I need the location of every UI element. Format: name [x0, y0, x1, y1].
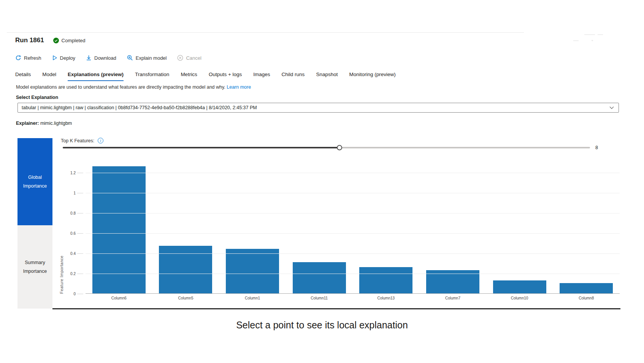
completed-check-icon [53, 38, 59, 43]
bar-column11[interactable] [293, 262, 346, 293]
gridline [86, 173, 620, 173]
explanation-dropdown[interactable]: tabular | mimic.lightgbm | raw | classif… [17, 103, 619, 113]
status-badge: Completed [53, 38, 86, 43]
refresh-icon [15, 55, 21, 61]
tab-outputs-logs[interactable]: Outputs + logs [209, 72, 242, 81]
chevron-down-icon [609, 106, 614, 109]
explain-model-label: Explain model [136, 55, 167, 61]
y-tick-mark [77, 233, 83, 234]
explainer-row: Explainer: mimic.lightgbm [16, 121, 72, 126]
top-divider [7, 32, 524, 33]
slider-fill [63, 147, 339, 148]
global-importance-line1: Global [28, 175, 42, 180]
faded-artifact [584, 34, 595, 35]
tabs: DetailsModelExplanations (preview)Transf… [15, 72, 396, 81]
tab-child-runs[interactable]: Child runs [282, 72, 305, 81]
cancel-icon [177, 55, 183, 61]
explain-model-button[interactable]: Explain model [127, 55, 167, 61]
x-tick-label: Column13 [378, 296, 395, 300]
gridline [86, 213, 620, 213]
local-explanation-hint: Select a point to see its local explanat… [0, 320, 644, 331]
page: Run 1861 Completed Refresh Deploy Downl [0, 0, 644, 363]
y-axis-label: Feature Importance [59, 162, 64, 294]
explainer-label: Explainer: [16, 121, 39, 126]
page-title: Run 1861 [15, 37, 44, 44]
slider-value: 8 [595, 145, 598, 150]
tab-transformation[interactable]: Transformation [135, 72, 169, 81]
tab-description: Model explanations are used to understan… [16, 84, 251, 90]
feature-importance-chart: Column6Column5Column1Column11Column13Col… [86, 162, 620, 294]
gridline [86, 193, 620, 193]
deploy-icon [52, 55, 57, 61]
info-icon[interactable]: i [98, 138, 103, 143]
summary-importance-line1: Summary [25, 260, 45, 265]
x-tick-label: Column5 [178, 296, 193, 300]
select-explanation-label: Select Explanation [16, 95, 58, 100]
download-label: Download [94, 55, 116, 61]
y-tick-mark [77, 213, 83, 213]
sidebar-item-summary-importance[interactable]: Summary Importance [17, 225, 52, 309]
faded-artifact [598, 34, 603, 35]
explanation-dropdown-value: tabular | mimic.lightgbm | raw | classif… [18, 105, 257, 110]
tab-snapshot[interactable]: Snapshot [316, 72, 338, 81]
x-tick-label: Column6 [111, 296, 127, 300]
cancel-label: Cancel [186, 55, 201, 61]
faded-artifact [592, 40, 593, 41]
y-tick-mark [77, 294, 83, 294]
status-label: Completed [62, 38, 86, 43]
deploy-button[interactable]: Deploy [52, 55, 75, 61]
y-tick-mark [77, 173, 83, 173]
bar-column13[interactable] [359, 267, 412, 293]
top-k-features-label: Top K Features: [61, 138, 94, 143]
y-tick-label: 1.2 [70, 170, 76, 175]
summary-importance-line2: Importance [23, 269, 47, 274]
refresh-label: Refresh [24, 55, 41, 61]
download-icon [86, 55, 92, 61]
sidebar-item-global-importance[interactable]: Global Importance [17, 138, 52, 225]
chart-bottom-border [52, 308, 620, 309]
y-tick-label: 0.2 [70, 271, 76, 275]
gridline [86, 233, 620, 234]
description-text: Model explanations are used to understan… [16, 84, 225, 90]
toolbar: Refresh Deploy Download Explain model Ca… [15, 53, 201, 62]
deploy-label: Deploy [60, 55, 75, 61]
learn-more-link[interactable]: Learn more [227, 84, 251, 90]
y-tick-label: 0 [73, 292, 76, 296]
download-button[interactable]: Download [86, 55, 116, 61]
x-tick-label: Column11 [311, 296, 328, 300]
bar-column8[interactable] [560, 283, 613, 293]
tab-model[interactable]: Model [42, 72, 56, 81]
y-tick-mark [77, 253, 83, 254]
y-tick-label: 0.6 [70, 231, 76, 235]
top-k-slider[interactable] [63, 145, 590, 151]
x-tick-label: Column8 [579, 296, 594, 300]
run-header: Run 1861 Completed [15, 37, 85, 44]
cancel-button[interactable]: Cancel [177, 55, 201, 61]
bar-column6[interactable] [92, 166, 146, 293]
explain-model-icon [127, 55, 133, 61]
refresh-button[interactable]: Refresh [15, 55, 41, 61]
explainer-value: mimic.lightgbm [40, 121, 72, 126]
x-tick-label: Column7 [445, 296, 460, 300]
faded-artifact [573, 40, 579, 41]
y-tick-label: 1 [73, 191, 76, 195]
bar-column1[interactable] [226, 249, 279, 293]
tab-metrics[interactable]: Metrics [181, 72, 197, 81]
gridline [86, 274, 620, 274]
top-k-features-row: Top K Features: i [61, 138, 103, 143]
bar-column10[interactable] [493, 280, 546, 294]
slider-thumb[interactable] [337, 145, 342, 150]
tab-details[interactable]: Details [15, 72, 31, 81]
y-tick-label: 0.4 [70, 251, 76, 255]
y-tick-mark [77, 274, 83, 274]
x-tick-label: Column10 [511, 296, 528, 300]
y-tick-label: 0.8 [70, 211, 76, 215]
gridline [86, 253, 620, 254]
x-tick-label: Column1 [245, 296, 260, 300]
tab-explanations-preview[interactable]: Explanations (preview) [68, 72, 124, 81]
global-importance-line2: Importance [23, 183, 47, 189]
y-tick-mark [77, 193, 83, 193]
tab-monitoring-preview[interactable]: Monitoring (preview) [349, 72, 395, 81]
tab-images[interactable]: Images [253, 72, 270, 81]
